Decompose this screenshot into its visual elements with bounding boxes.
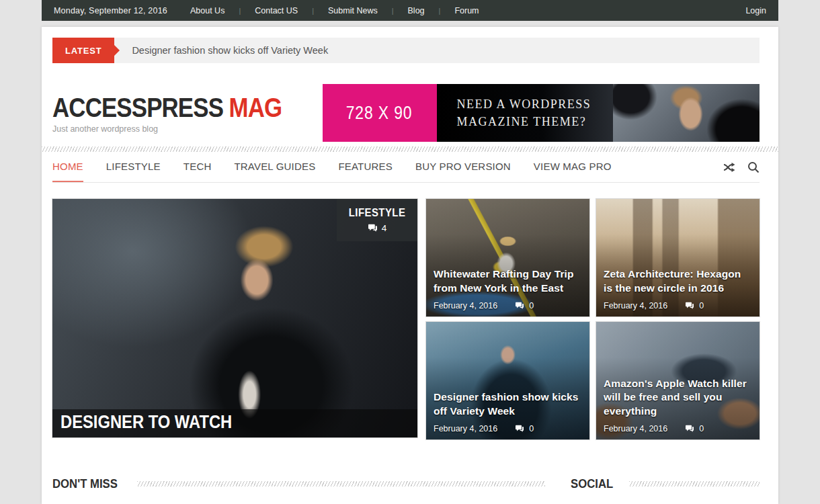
post-date: February 4, 2016 bbox=[604, 301, 667, 310]
page: Monday, September 12, 2016 About Us | Co… bbox=[42, 0, 778, 504]
featured-title-bar: DESIGNER TO WATCH bbox=[52, 409, 417, 437]
ad-size-block: 728 X 90 bbox=[323, 84, 437, 142]
current-date: Monday, September 12, 2016 bbox=[54, 6, 167, 15]
top-bar: Monday, September 12, 2016 About Us | Co… bbox=[42, 0, 778, 21]
comments-icon bbox=[685, 302, 694, 310]
shuffle-icon[interactable] bbox=[723, 162, 737, 173]
ad-text-line1: NEED A WORDPRESS bbox=[457, 95, 613, 113]
comments-icon bbox=[685, 425, 694, 433]
ad-banner[interactable]: 728 X 90 NEED A WORDPRESS MAGAZINE THEME… bbox=[323, 84, 760, 142]
nav-item-view-mag-pro[interactable]: VIEW MAG PRO bbox=[534, 152, 612, 182]
comments-icon bbox=[368, 224, 378, 233]
social-section-header: SOCIAL bbox=[571, 476, 760, 491]
post-date: February 4, 2016 bbox=[434, 301, 497, 310]
site-header: ACCESSPRESSMAG Just another wordpress bl… bbox=[52, 84, 760, 142]
logo-text-accent: MAG bbox=[229, 92, 282, 123]
hatched-divider bbox=[629, 481, 760, 487]
ad-text-line2: MAGAZINE THEME? bbox=[457, 113, 613, 130]
post-comment-count: 0 bbox=[699, 424, 704, 433]
post-comment-count: 0 bbox=[699, 301, 704, 310]
topbar-link-submit-news[interactable]: Submit News bbox=[328, 6, 378, 15]
nav-item-lifestyle[interactable]: LIFESTYLE bbox=[106, 152, 161, 182]
logo-text-main: ACCESSPRESS bbox=[52, 92, 223, 123]
lower-sections: DON'T MISS SOCIAL bbox=[52, 476, 760, 491]
post-card[interactable]: Designer fashion show kicks off Variety … bbox=[426, 322, 589, 439]
post-date: February 4, 2016 bbox=[434, 424, 497, 433]
post-card[interactable]: Whitewater Rafting Day Trip from New Yor… bbox=[426, 199, 589, 317]
featured-post[interactable]: LIFESTYLE 4 DESIGNER TO WATCH bbox=[52, 199, 417, 437]
ad-photo bbox=[613, 84, 760, 142]
featured-category-label: LIFESTYLE bbox=[349, 206, 406, 220]
post-title[interactable]: Amazon's Apple Watch killer will be free… bbox=[604, 377, 752, 418]
separator: | bbox=[392, 7, 394, 15]
featured-posts-section: LIFESTYLE 4 DESIGNER TO WATCH bbox=[52, 199, 760, 439]
post-comment-count: 0 bbox=[529, 301, 534, 310]
comments-icon bbox=[515, 302, 524, 310]
dont-miss-section-header: DON'T MISS bbox=[52, 476, 545, 491]
site-logo[interactable]: ACCESSPRESSMAG Just another wordpress bl… bbox=[52, 92, 323, 134]
topbar-link-contact-us[interactable]: Contact US bbox=[255, 6, 298, 15]
post-card[interactable]: Amazon's Apple Watch killer will be free… bbox=[596, 322, 760, 439]
hatched-divider bbox=[137, 481, 544, 487]
separator: | bbox=[312, 7, 314, 15]
ad-text-block: NEED A WORDPRESS MAGAZINE THEME? bbox=[437, 84, 613, 142]
topbar-link-about-us[interactable]: About Us bbox=[190, 6, 224, 15]
ad-size-label: 728 X 90 bbox=[346, 103, 413, 124]
topbar-link-blog[interactable]: Blog bbox=[408, 6, 425, 15]
nav-item-features[interactable]: FEATURES bbox=[338, 152, 393, 182]
main-nav: HOME LIFESTYLE TECH TRAVEL GUIDES FEATUR… bbox=[52, 152, 760, 183]
search-icon[interactable] bbox=[747, 161, 760, 173]
site-tagline: Just another wordpress blog bbox=[52, 124, 323, 134]
nav-item-tech[interactable]: TECH bbox=[183, 152, 212, 182]
hatched-divider bbox=[42, 146, 778, 152]
social-title: SOCIAL bbox=[571, 476, 613, 491]
post-grid: Whitewater Rafting Day Trip from New Yor… bbox=[426, 199, 760, 439]
post-title[interactable]: Whitewater Rafting Day Trip from New Yor… bbox=[434, 267, 582, 295]
featured-category-badge[interactable]: LIFESTYLE 4 bbox=[337, 199, 417, 241]
latest-badge: LATEST bbox=[52, 38, 114, 63]
ticker-headline[interactable]: Designer fashion show kicks off Variety … bbox=[132, 45, 328, 56]
topbar-links: About Us | Contact US | Submit News | Bl… bbox=[190, 6, 479, 15]
post-card[interactable]: Zeta Architecture: Hexagon is the new ci… bbox=[596, 199, 760, 317]
news-ticker: LATEST Designer fashion show kicks off V… bbox=[52, 38, 760, 63]
nav-item-home[interactable]: HOME bbox=[52, 152, 83, 182]
content-sheet: LATEST Designer fashion show kicks off V… bbox=[42, 27, 778, 504]
separator: | bbox=[239, 7, 241, 15]
separator: | bbox=[439, 7, 441, 15]
topbar-link-forum[interactable]: Forum bbox=[454, 6, 479, 15]
featured-title: DESIGNER TO WATCH bbox=[60, 412, 232, 433]
comments-icon bbox=[515, 425, 524, 433]
post-title[interactable]: Designer fashion show kicks off Variety … bbox=[434, 390, 582, 418]
featured-comment-count: 4 bbox=[382, 223, 387, 233]
post-comment-count: 0 bbox=[529, 424, 534, 433]
dont-miss-title: DON'T MISS bbox=[52, 476, 118, 491]
post-title[interactable]: Zeta Architecture: Hexagon is the new ci… bbox=[604, 267, 752, 295]
nav-item-buy-pro-version[interactable]: BUY PRO VERSION bbox=[415, 152, 511, 182]
post-date: February 4, 2016 bbox=[604, 424, 667, 433]
login-link[interactable]: Login bbox=[745, 6, 766, 15]
nav-item-travel-guides[interactable]: TRAVEL GUIDES bbox=[234, 152, 315, 182]
